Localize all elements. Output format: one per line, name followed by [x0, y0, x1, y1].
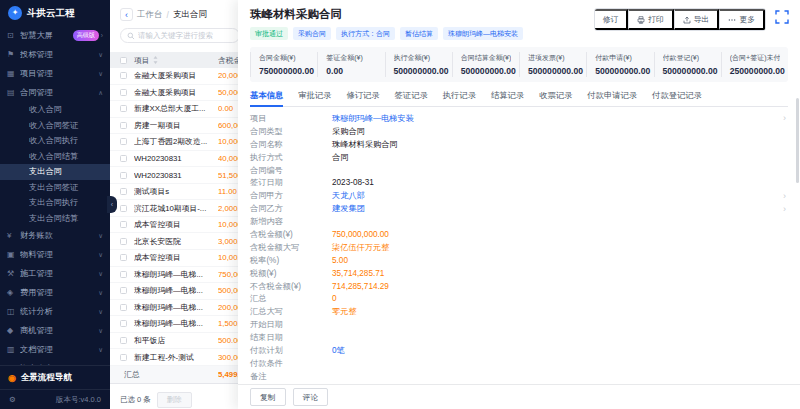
- tab[interactable]: 基本信息: [250, 90, 283, 106]
- summary-label: 汇总: [124, 369, 218, 380]
- sidebar-item[interactable]: 支出合同: [0, 164, 110, 180]
- more-button[interactable]: 更多: [719, 9, 765, 30]
- delete-button[interactable]: 删除: [157, 392, 192, 408]
- sidebar-item[interactable]: 支出合同结算: [0, 211, 110, 227]
- tab[interactable]: 付款登记记录: [652, 90, 702, 106]
- stat-value: 250000000.00: [730, 66, 780, 76]
- sidebar-item[interactable]: ◆ 商机管理 ∨: [0, 321, 110, 340]
- sidebar-item[interactable]: 支出合同签证: [0, 180, 110, 196]
- row-checkbox[interactable]: [120, 105, 127, 112]
- row-chevron-icon[interactable]: ›: [783, 191, 786, 201]
- chevron-icon: ›: [101, 32, 103, 39]
- sidebar-item[interactable]: 收入合同执行: [0, 133, 110, 149]
- row-checkbox[interactable]: [120, 337, 127, 344]
- detail-scrollbar[interactable]: [796, 98, 799, 183]
- sidebar-item[interactable]: ▤ 合同管理 ∧: [0, 83, 110, 102]
- field-label: 汇总大写: [250, 306, 332, 317]
- row-checkbox[interactable]: [120, 172, 127, 179]
- stat-value: 500000000.00: [663, 66, 713, 76]
- row-checkbox[interactable]: [120, 254, 127, 261]
- sidebar-item[interactable]: ◈ 费用管理 ∨: [0, 283, 110, 302]
- row-checkbox[interactable]: [120, 320, 127, 327]
- row-checkbox[interactable]: [120, 122, 127, 129]
- copy-button[interactable]: 复制: [250, 388, 286, 406]
- field-label: 付款计划: [250, 345, 332, 356]
- sidebar-item[interactable]: ⚒ 施工管理 ∨: [0, 264, 110, 283]
- breadcrumb-workbench[interactable]: 工作台: [137, 9, 163, 21]
- tab[interactable]: 审批记录: [298, 90, 331, 106]
- detail-tabs: 基本信息审批记录修订记录签证记录执行记录结算记录收票记录付款申请记录付款登记记录: [250, 90, 788, 107]
- printer-icon: [637, 16, 645, 24]
- row-checkbox[interactable]: [120, 155, 127, 162]
- row-chevron-icon[interactable]: ›: [783, 113, 786, 123]
- field-label: 付款条件: [250, 358, 332, 369]
- row-checkbox[interactable]: [120, 188, 127, 195]
- form-row: 签订日期 2023-08-31 ›: [250, 176, 788, 189]
- sidebar-item[interactable]: ▦ 项目管理 ∨: [0, 64, 110, 83]
- row-checkbox[interactable]: [120, 205, 127, 212]
- sidebar-item-label: 施工管理: [20, 268, 98, 279]
- tab[interactable]: 付款申请记录: [587, 90, 637, 106]
- sidebar-item[interactable]: 支出合同执行: [0, 195, 110, 211]
- row-project-name: 珠穆朗玛峰—电梯...: [134, 269, 218, 280]
- sidebar-item-icon: ◫: [7, 307, 20, 316]
- sidebar-item[interactable]: 收入合同结算: [0, 149, 110, 165]
- process-navigation-item[interactable]: ◉ 全景流程导航: [0, 365, 110, 389]
- tab[interactable]: 结算记录: [491, 90, 524, 106]
- row-checkbox[interactable]: [120, 304, 127, 311]
- fullscreen-button[interactable]: [775, 10, 789, 24]
- comment-button[interactable]: 评论: [293, 388, 329, 406]
- back-chevron-icon: ‹: [125, 10, 128, 20]
- version-bar: ⚙ 版本号:v4.0.0: [0, 389, 110, 409]
- sidebar-item-icon: ▦: [7, 69, 20, 78]
- search-box: [120, 28, 240, 43]
- sidebar-item[interactable]: ⊡ 智慧大屏 高级版 ›: [0, 26, 110, 45]
- field-label: 签订日期: [250, 177, 332, 188]
- tab[interactable]: 修订记录: [346, 90, 379, 106]
- sort-icon[interactable]: [153, 56, 158, 64]
- tab[interactable]: 收票记录: [539, 90, 572, 106]
- sidebar-item[interactable]: ¥ 财务账款 ∨: [0, 226, 110, 245]
- row-project-name: 北京长安医院: [134, 236, 218, 247]
- sidebar-item[interactable]: 收入合同: [0, 102, 110, 118]
- sidebar-item-label: 收入合同结算: [29, 151, 103, 162]
- sidebar-item[interactable]: ⚑ 投标管理 ∨: [0, 45, 110, 64]
- version-label: 版本号:v4.0.0: [56, 395, 101, 405]
- sidebar-item[interactable]: ◫ 统计分析 ∨: [0, 302, 110, 321]
- sidebar-item[interactable]: ▣ 物料管理 ∨: [0, 245, 110, 264]
- settings-gear-icon[interactable]: ⚙: [9, 395, 16, 404]
- select-all-checkbox[interactable]: [120, 57, 127, 64]
- revise-button[interactable]: 修订: [595, 9, 629, 30]
- sidebar-item-icon: ⚑: [7, 50, 20, 59]
- row-checkbox[interactable]: [120, 271, 127, 278]
- row-project-name: 滨江花城10期项目-...: [134, 203, 218, 214]
- row-project-name: 新建XX总部大厦工...: [134, 103, 218, 114]
- export-label: 导出: [694, 14, 710, 25]
- search-input[interactable]: [138, 31, 233, 40]
- export-button[interactable]: 导出: [674, 9, 720, 30]
- print-button[interactable]: 打印: [628, 9, 674, 30]
- row-checkbox[interactable]: [120, 89, 127, 96]
- back-button[interactable]: ‹: [120, 8, 133, 21]
- chevron-icon: ∨: [98, 51, 103, 59]
- form-row: 含税金额(¥) 750,000,000.00 ›: [250, 228, 788, 241]
- row-checkbox[interactable]: [120, 287, 127, 294]
- field-label: 合同甲方: [250, 190, 332, 201]
- form-row: 合同乙方 建发集团 ›: [250, 202, 788, 215]
- row-checkbox[interactable]: [120, 354, 127, 361]
- row-checkbox[interactable]: [120, 138, 127, 145]
- row-chevron-icon[interactable]: ›: [783, 204, 786, 214]
- field-label: 汇总: [250, 293, 332, 304]
- stat-cell: 进项发票(¥) 500000000.00: [519, 52, 586, 77]
- row-checkbox[interactable]: [120, 72, 127, 79]
- sidebar-item[interactable]: ▥ 文档管理 ∨: [0, 340, 110, 359]
- field-value: 5.00: [332, 256, 348, 265]
- row-checkbox[interactable]: [120, 238, 127, 245]
- row-checkbox[interactable]: [120, 221, 127, 228]
- sidebar-collapse-handle[interactable]: ‹: [107, 196, 117, 213]
- tab[interactable]: 签证记录: [395, 90, 428, 106]
- chevron-icon: ∧: [98, 89, 103, 97]
- stat-label: 付款申请(¥): [595, 53, 645, 63]
- sidebar-item[interactable]: 收入合同签证: [0, 118, 110, 134]
- tab[interactable]: 执行记录: [443, 90, 476, 106]
